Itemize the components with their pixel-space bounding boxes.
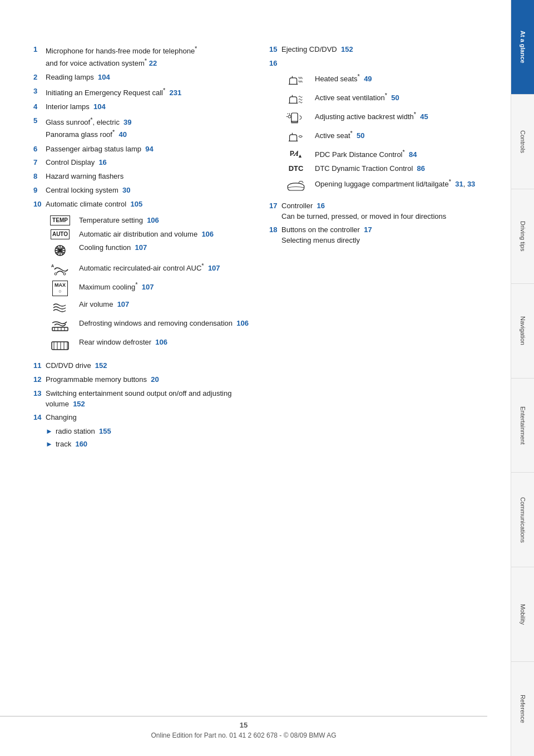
sidebar-tab-reference[interactable]: Reference [511, 662, 534, 756]
link-temp[interactable]: 106 [147, 216, 159, 224]
entry-num-18: 18 [269, 225, 281, 246]
link-luggage2[interactable]: 33 [467, 180, 475, 188]
entry-text-4: Interior lamps 104 [46, 102, 253, 112]
sidebar-tab-navigation[interactable]: Navigation [511, 284, 534, 379]
svg-point-9 [63, 273, 66, 275]
link-rear[interactable]: 106 [155, 338, 167, 346]
link-12[interactable]: 20 [151, 375, 159, 384]
link-13[interactable]: 152 [73, 400, 85, 408]
link-6[interactable]: 94 [145, 145, 153, 153]
sidebar-tab-communications[interactable]: Communications [511, 473, 534, 567]
item-seat-vent: Active seat ventilation* 50 [281, 91, 488, 107]
entry-9: 9 Central locking system 30 [33, 185, 253, 196]
page-container: 1 Microphone for hands-free mode for tel… [0, 0, 534, 756]
auc-icon: A [46, 262, 75, 277]
entry-13: 13 Switching entertainment sound output … [33, 389, 253, 410]
link-18[interactable]: 17 [364, 225, 372, 234]
link-backrest[interactable]: 45 [420, 112, 428, 121]
entry-text-10: Automatic climate control 105 [46, 199, 253, 210]
entry-4: 4 Interior lamps 104 [33, 102, 253, 112]
svg-point-8 [55, 273, 57, 275]
link-15[interactable]: 152 [341, 45, 353, 53]
rear-icon [46, 337, 75, 353]
link-3[interactable]: 231 [170, 89, 182, 97]
defrost-icon [46, 318, 75, 334]
entry-2: 2 Reading lamps 104 [33, 72, 253, 83]
seat-vent-icon [281, 91, 310, 107]
footer-text: Online Edition for Part no. 01 41 2 602 … [151, 732, 336, 739]
link-auto[interactable]: 106 [201, 230, 214, 238]
entry-text-3: Initiating an Emergency Request call* 23… [46, 86, 253, 99]
link-seatvent[interactable]: 50 [391, 94, 399, 102]
climate-auto-text: Automatic air distribution and volume 10… [79, 229, 253, 240]
heated-seats-text: Heated seats* 49 [315, 72, 488, 88]
seat-vent-text: Active seat ventilation* 50 [315, 91, 488, 107]
sidebar-tab-entertainment[interactable]: Entertainment [511, 379, 534, 473]
svg-line-23 [301, 77, 303, 78]
svg-text:•: • [287, 112, 288, 115]
link-5b[interactable]: 40 [118, 131, 126, 139]
link-luggage1[interactable]: 31 [455, 180, 463, 188]
sidebar-tab-driving-tips[interactable]: Driving tips [511, 189, 534, 284]
pdc-text: PDC Park Distance Control* 84 [315, 148, 488, 160]
airvolume-icon [46, 300, 75, 315]
entry-num-17: 17 [269, 201, 281, 222]
link-track[interactable]: 160 [75, 440, 87, 448]
item-backrest: • Adjusting active backrest width* 45 [281, 110, 488, 126]
pdc-icon: P𝐴▲ [281, 148, 310, 160]
entry-text-8: Hazard warning flashers [46, 171, 253, 182]
sidebar-tab-mobility[interactable]: Mobility [511, 567, 534, 662]
link-heated[interactable]: 49 [364, 75, 372, 83]
link-defrost[interactable]: 106 [236, 319, 249, 327]
entry-num-6: 6 [33, 144, 46, 155]
link-7[interactable]: 16 [98, 158, 106, 166]
entry-num-11: 11 [33, 361, 46, 371]
sidebar-tab-controls[interactable]: Controls [511, 95, 534, 189]
heated-seats-svg [286, 72, 306, 88]
entry-3: 3 Initiating an Emergency Request call* … [33, 86, 253, 99]
link-auc[interactable]: 107 [208, 264, 220, 273]
link-cooling[interactable]: 107 [135, 243, 147, 252]
entry-num-9: 9 [33, 185, 46, 196]
entry-5: 5 Glass sunroof*, electric 39 Panorama g… [33, 116, 253, 140]
rear-svg [50, 337, 70, 353]
link-4[interactable]: 104 [93, 102, 106, 111]
entry-num-8: 8 [33, 171, 46, 182]
entry-14: 14 Changing [33, 413, 253, 423]
link-dtc[interactable]: 86 [417, 164, 425, 173]
item-active-seat: Active seat* 50 [281, 129, 488, 145]
link-17[interactable]: 16 [317, 202, 325, 210]
entry-7: 7 Control Display 16 [33, 158, 253, 168]
seat-vent-svg [286, 91, 306, 107]
link-10[interactable]: 105 [130, 200, 142, 208]
link-activeseat[interactable]: 50 [357, 131, 364, 140]
item-dtc: DTC DTC Dynamic Traction Control 86 [281, 164, 488, 174]
link-2[interactable]: 104 [98, 73, 110, 81]
sidebar-tab-at-a-glance[interactable]: At a glance [511, 0, 534, 95]
backrest-svg: • [286, 110, 306, 126]
entry-text-2: Reading lamps 104 [46, 72, 253, 83]
changing-track-text: track 160 [56, 439, 87, 450]
entry-num-13: 13 [33, 389, 46, 410]
luggage-icon [281, 178, 310, 193]
svg-text:A: A [51, 264, 54, 268]
link-9[interactable]: 30 [122, 186, 130, 194]
link-5a[interactable]: 39 [123, 119, 131, 127]
svg-point-28 [288, 115, 291, 118]
link-radio[interactable]: 155 [99, 427, 111, 435]
entry-18: 18 Buttons on the controller 17Selecting… [269, 225, 488, 246]
svg-line-21 [299, 77, 300, 78]
entry-text-11: CD/DVD drive 152 [46, 361, 253, 371]
right-column: 15 Ejecting CD/DVD 152 16 [269, 45, 488, 452]
page-footer: 15 Online Edition for Part no. 01 41 2 6… [0, 716, 487, 739]
link-pdc[interactable]: 84 [409, 150, 417, 159]
link-airvolume[interactable]: 107 [117, 300, 130, 308]
link-1[interactable]: 22 [149, 60, 157, 68]
entry-text-9: Central locking system 30 [46, 185, 253, 196]
entry-11: 11 CD/DVD drive 152 [33, 361, 253, 371]
link-max[interactable]: 107 [142, 283, 154, 292]
svg-line-22 [300, 77, 301, 78]
changing-track: ► track 160 [46, 439, 253, 450]
link-11[interactable]: 152 [95, 361, 107, 370]
entry-num-1: 1 [33, 45, 46, 69]
